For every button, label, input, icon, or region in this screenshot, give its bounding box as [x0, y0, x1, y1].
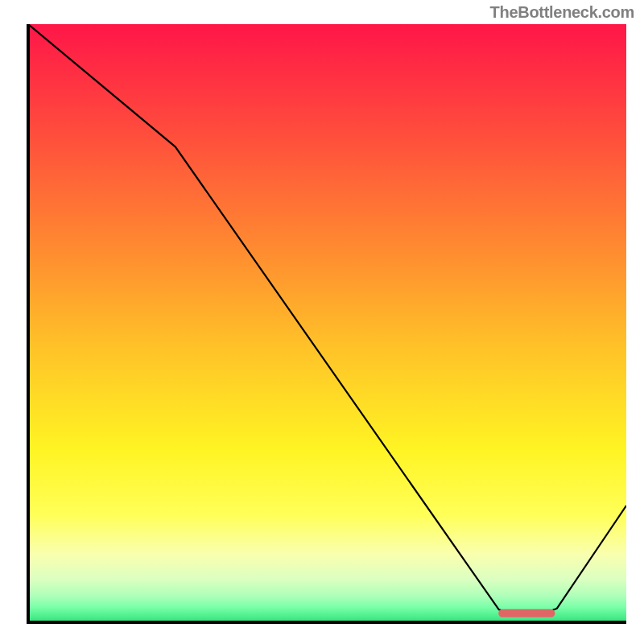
bottleneck-chart [0, 0, 644, 644]
chart-container: TheBottleneck.com [0, 0, 644, 644]
heat-background [28, 24, 626, 622]
attribution-text: TheBottleneck.com [490, 3, 634, 22]
